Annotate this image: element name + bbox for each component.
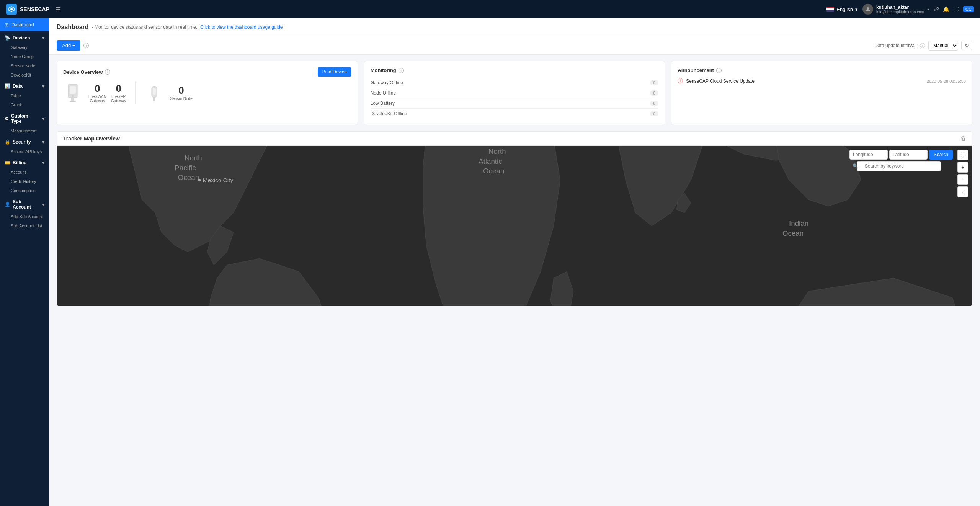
- map-header: Tracker Map Overview 🗑: [57, 131, 972, 145]
- svg-text:Indian: Indian: [789, 219, 808, 227]
- bind-device-button[interactable]: Bind Device: [318, 67, 351, 77]
- coord-search-button[interactable]: Search: [929, 150, 953, 160]
- interval-select[interactable]: Manual 1 min 5 min: [928, 41, 958, 51]
- topbar: SENSECAP ☰ English ▾ kutluhan_aktar info…: [0, 0, 980, 18]
- monitoring-info-icon[interactable]: i: [399, 68, 404, 73]
- svg-text:Ocean: Ocean: [782, 229, 804, 237]
- add-info-icon[interactable]: i: [83, 43, 89, 48]
- billing-icon: 💳: [5, 160, 10, 165]
- devices-chevron-icon: ▾: [42, 36, 44, 41]
- monitoring-card: Monitoring i Gateway Offline 0 Node Offl…: [364, 61, 665, 125]
- map-title: Tracker Map Overview: [63, 135, 120, 142]
- sidebar-item-measurement[interactable]: Measurement: [0, 126, 49, 135]
- map-keyword-search: 🔍: [849, 161, 953, 171]
- page-subtitle: - Monitor device status and sensor data …: [92, 24, 197, 30]
- sidebar-item-sub-account-list[interactable]: Sub Account List: [0, 221, 49, 230]
- latitude-input[interactable]: [889, 150, 928, 160]
- user-email: info@theamplituhedron.com: [876, 10, 924, 14]
- gateway-offline-count: 0: [650, 80, 658, 85]
- sidebar-section-data[interactable]: 📊 Data ▾: [0, 80, 49, 91]
- sidebar-section-security[interactable]: 🔒 Security ▾: [0, 135, 49, 147]
- lang-chevron-icon: ▾: [855, 7, 858, 12]
- avatar: [862, 4, 873, 15]
- security-chevron-icon: ▾: [42, 140, 44, 145]
- sidebar-item-table[interactable]: Table: [0, 91, 49, 100]
- sub-account-chevron-icon: ▾: [42, 202, 44, 207]
- guide-link[interactable]: Click to view the dashboard usage guide: [200, 24, 283, 30]
- sidebar-item-credit-history[interactable]: Credit History: [0, 177, 49, 186]
- svg-point-28: [198, 179, 201, 181]
- data-interval-control: Data update interval: i Manual 1 min 5 m…: [874, 41, 972, 51]
- sidebar-item-graph[interactable]: Graph: [0, 100, 49, 109]
- svg-rect-10: [153, 98, 155, 101]
- svg-text:North: North: [185, 154, 202, 162]
- sensor-count: 0 Sensor Node: [170, 85, 192, 101]
- sidebar-item-gateway[interactable]: Gateway: [0, 43, 49, 52]
- announcement-info-icon[interactable]: i: [716, 68, 722, 73]
- svg-text:Ocean: Ocean: [178, 174, 199, 182]
- node-offline-count: 0: [650, 90, 658, 96]
- bell-icon[interactable]: 🔔: [943, 6, 949, 12]
- lorawan-count: 0 LoRaWANGateway: [88, 83, 106, 103]
- map-zoom-out-button[interactable]: −: [957, 174, 968, 185]
- sidebar-section-sub-account[interactable]: 👤 Sub Account ▾: [0, 195, 49, 212]
- username: kutluhan_aktar: [876, 5, 924, 10]
- flag-icon: [826, 7, 834, 12]
- longitude-input[interactable]: [849, 150, 888, 160]
- sidebar-devices-label: Devices: [13, 35, 30, 41]
- svg-point-1: [10, 8, 13, 10]
- sidebar-item-add-sub-account[interactable]: Add Sub Account: [0, 212, 49, 221]
- data-chevron-icon: ▾: [42, 84, 44, 89]
- map-reset-button[interactable]: ⊙: [957, 186, 968, 197]
- hamburger-icon[interactable]: ☰: [56, 6, 61, 13]
- language-selector[interactable]: English ▾: [826, 7, 858, 12]
- cc-badge: CC: [963, 6, 974, 12]
- billing-chevron-icon: ▾: [42, 160, 44, 165]
- refresh-button[interactable]: ↻: [961, 41, 972, 50]
- svg-rect-4: [70, 86, 76, 94]
- interval-info-icon[interactable]: i: [920, 43, 925, 48]
- monitoring-list: Gateway Offline 0 Node Offline 0 Low Bat…: [371, 78, 659, 119]
- map-zoom-in-button[interactable]: +: [957, 162, 968, 173]
- sidebar-sub-account-label: Sub Account: [13, 199, 39, 210]
- sidebar-section-custom-type[interactable]: ⚙ Custom Type ▾: [0, 109, 49, 126]
- fullscreen-icon[interactable]: ⛶: [953, 6, 959, 12]
- svg-rect-9: [153, 88, 156, 95]
- warn-icon: ⓘ: [678, 78, 683, 85]
- monitoring-row-low-battery: Low Battery 0: [371, 98, 659, 109]
- announcement-date: 2020-05-28 08:35:50: [927, 79, 966, 83]
- main-content: Dashboard - Monitor device status and se…: [49, 18, 980, 506]
- developkit-offline-count: 0: [650, 111, 658, 116]
- device-overview-card: Device Overview i Bind Device: [57, 61, 358, 125]
- sub-account-icon: 👤: [5, 202, 10, 207]
- keyword-search-input[interactable]: [857, 161, 941, 171]
- node-offline-label: Node Offline: [371, 90, 396, 96]
- logo-text: SENSECAP: [20, 6, 49, 12]
- sidebar: ⊞ Dashboard 📡 Devices ▾ Gateway Node Gro…: [0, 18, 49, 506]
- cards-row: Device Overview i Bind Device: [49, 55, 980, 131]
- sidebar-section-billing[interactable]: 💳 Billing ▾: [0, 156, 49, 168]
- sidebar-item-access-api[interactable]: Access API keys: [0, 147, 49, 156]
- page-header: Dashboard - Monitor device status and se…: [49, 18, 980, 36]
- announcement-item: ⓘ SenseCAP Cloud Service Update 2020-05-…: [678, 78, 966, 85]
- sidebar-item-sensor-node[interactable]: Sensor Node: [0, 61, 49, 70]
- device-overview-info-icon[interactable]: i: [105, 69, 110, 75]
- add-button[interactable]: Add +: [57, 40, 80, 51]
- map-expand-button[interactable]: ⛶: [957, 150, 968, 160]
- sidebar-item-account[interactable]: Account: [0, 168, 49, 177]
- security-icon: 🔒: [5, 139, 10, 145]
- sidebar-item-developkit[interactable]: DevelopKit: [0, 70, 49, 80]
- map-zoom-controls: ⛶ + − ⊙: [957, 150, 968, 197]
- message-icon[interactable]: ☍: [934, 6, 939, 12]
- gateway-device-icon: [63, 81, 82, 104]
- sidebar-item-consumption[interactable]: Consumption: [0, 186, 49, 195]
- data-icon: 📊: [5, 83, 10, 89]
- map-delete-button[interactable]: 🗑: [960, 135, 966, 142]
- sidebar-section-devices[interactable]: 📡 Devices ▾: [0, 31, 49, 43]
- gateway-offline-label: Gateway Offline: [371, 80, 403, 85]
- sidebar-item-node-group[interactable]: Node Group: [0, 52, 49, 61]
- dashboard-icon: ⊞: [5, 22, 8, 28]
- sidebar-billing-label: Billing: [13, 160, 27, 165]
- page-title: Dashboard: [57, 24, 89, 31]
- sidebar-item-dashboard[interactable]: ⊞ Dashboard: [0, 18, 49, 31]
